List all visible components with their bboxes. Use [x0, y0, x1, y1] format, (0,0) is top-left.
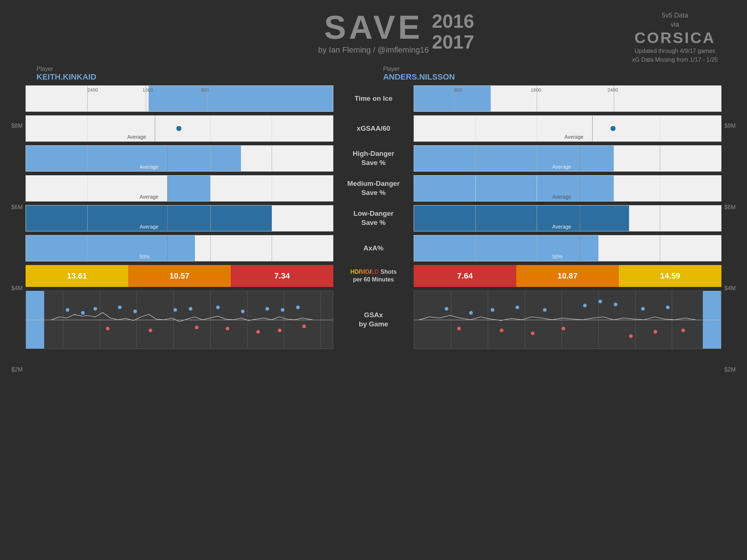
right-toi-tick2: 1600: [531, 87, 541, 93]
corsica-note2: xG Data Missing from 1/17 - 1/25: [632, 55, 718, 64]
center-md-label: Medium-DangerSave %: [337, 175, 410, 202]
corsica-logo: CORSICA: [632, 29, 718, 47]
left-toi-fill: [149, 86, 333, 111]
right-ld-tick1-line: [475, 206, 476, 231]
left-hd-fill: [26, 146, 241, 171]
right-hd-tick2-line: [537, 146, 537, 171]
center-toi-label: Time on Ice: [337, 85, 410, 112]
right-gsax-rdot3: [531, 331, 535, 335]
right-toi-tick1: 800: [454, 87, 462, 93]
center-labels: Time on Ice xGSAA/60 High-DangerSave % M…: [337, 85, 410, 483]
center-ld-label: Low-DangerSave %: [337, 205, 410, 231]
left-ld-value: 7.34: [274, 271, 290, 281]
left-xgsaa-avg-label: Average: [127, 134, 146, 140]
salary-4m-right: $4M: [724, 285, 736, 292]
right-hd-tick1-line: [475, 146, 476, 171]
left-md-avg-line: [167, 176, 168, 201]
right-xgsaa-bar: Average: [414, 115, 721, 142]
left-gsax-dot9: [241, 310, 245, 313]
ld-label-text: Low-DangerSave %: [353, 209, 394, 227]
salary-6m-left: $6M: [11, 204, 23, 211]
right-gsax-dot10: [666, 306, 670, 309]
right-md-tick1-line: [475, 176, 476, 201]
right-ld-fill: [414, 206, 629, 231]
left-ld-tick1-line: [87, 206, 88, 231]
salary-6m-right: $6M: [724, 204, 736, 211]
left-axa-50-label: 50%: [139, 254, 150, 260]
title-block: SAVE by Ian Fleming / @imfleming16: [318, 11, 429, 55]
corsica-line1: 5v5 Data: [632, 11, 718, 20]
left-shots-md: 10.57: [128, 265, 231, 287]
right-hd-avg-label: Average: [552, 164, 571, 170]
right-hd-fill: [414, 146, 614, 171]
right-xgsaa-tick2-line: [537, 116, 537, 141]
right-axa-tick3-line: [660, 235, 660, 261]
left-md-tick3-line: [272, 176, 272, 201]
left-gsax-rdot3: [195, 326, 199, 329]
left-shots-ld: 7.34: [231, 265, 333, 287]
right-xgsaa-dot: [610, 126, 616, 131]
right-toi-fill: [414, 86, 491, 111]
left-hd-tick2-line: [210, 146, 211, 171]
header: SAVE by Ian Fleming / @imfleming16 20162…: [0, 0, 747, 55]
left-player-name: KEITH.KINKAID: [37, 72, 96, 82]
left-hd-avg-line: [167, 146, 168, 171]
left-xgsaa-tick3-line: [272, 116, 272, 141]
left-ld-avg-line: [167, 206, 168, 231]
right-toi-tick3-line: [614, 86, 614, 111]
byline: by Ian Fleming / @imfleming16: [318, 45, 429, 55]
right-ld-value: 14.59: [660, 271, 680, 281]
left-hd-value: 13.61: [67, 271, 87, 281]
right-xgsaa-tick1-line: [475, 116, 476, 141]
right-axa-bar: 50%: [414, 235, 721, 261]
right-axa-tick2-line: [537, 235, 537, 261]
left-gsax-rdot1: [106, 327, 110, 330]
salary-8m-left: $8M: [11, 123, 23, 129]
left-toi-tick3: 800: [201, 87, 209, 93]
right-player-name: ANDERS.NILSSON: [383, 72, 455, 82]
right-gsax-rdot5: [629, 334, 633, 338]
left-gsax-rdot7: [302, 325, 306, 328]
left-hd-bar: Average: [26, 145, 333, 172]
charts-container: 2400 1600 800 Average Average: [26, 85, 721, 483]
left-gsax-line: [26, 291, 333, 349]
right-shots-hd: 7.64: [414, 265, 516, 287]
right-axa-avg-line: [580, 235, 580, 261]
right-shots-row: 7.64 10.87 14.59: [414, 265, 721, 287]
right-hd-tick3-line: [660, 146, 660, 171]
left-ld-tick2-line: [210, 206, 211, 231]
right-gsax-dot8: [614, 303, 617, 306]
right-md-fill: [414, 176, 614, 201]
left-time-on-ice-bar: 2400 1600 800: [26, 85, 333, 112]
left-charts: 2400 1600 800 Average Average: [26, 85, 337, 483]
left-md-value: 10.57: [169, 271, 189, 281]
left-axa-avg-line: [167, 235, 168, 261]
right-axa-fill: [414, 235, 598, 261]
left-md-bar: Average: [26, 175, 333, 202]
right-md-avg-line: [580, 176, 580, 201]
left-xgsaa-tick1-line: [87, 116, 88, 141]
corsica-line2: via: [632, 20, 718, 29]
right-hd-value: 7.64: [457, 271, 473, 281]
right-player-label: Player: [383, 66, 455, 72]
right-ld-bar: Average: [414, 205, 721, 231]
left-hd-tick1-line: [87, 146, 88, 171]
years: 20162017: [432, 11, 474, 53]
right-axa-50-label: 50%: [552, 254, 562, 260]
right-shots-ld: 14.59: [619, 265, 721, 287]
left-axa-fill: [26, 235, 195, 261]
left-gsax-rdot6: [278, 329, 281, 332]
left-player-block: Player KEITH.KINKAID: [37, 66, 96, 82]
center-hd-label: High-DangerSave %: [337, 145, 410, 172]
right-gsax-line: [414, 291, 721, 349]
left-axa-bar: 50%: [26, 235, 333, 261]
right-ld-avg-label: Average: [552, 224, 571, 230]
right-md-value: 10.87: [558, 271, 578, 281]
center-xgsaa-label: xGSAA/60: [337, 115, 410, 142]
app-title: SAVE: [318, 11, 429, 44]
left-xgsaa-tick2-line: [210, 116, 211, 141]
left-md-tick1-line: [87, 176, 88, 201]
salary-8m-right: $8M: [724, 123, 736, 129]
main-content: $8M $6M $4M $2M 2400 1600 800 Average: [0, 82, 747, 483]
right-shots-md: 10.87: [516, 265, 619, 287]
